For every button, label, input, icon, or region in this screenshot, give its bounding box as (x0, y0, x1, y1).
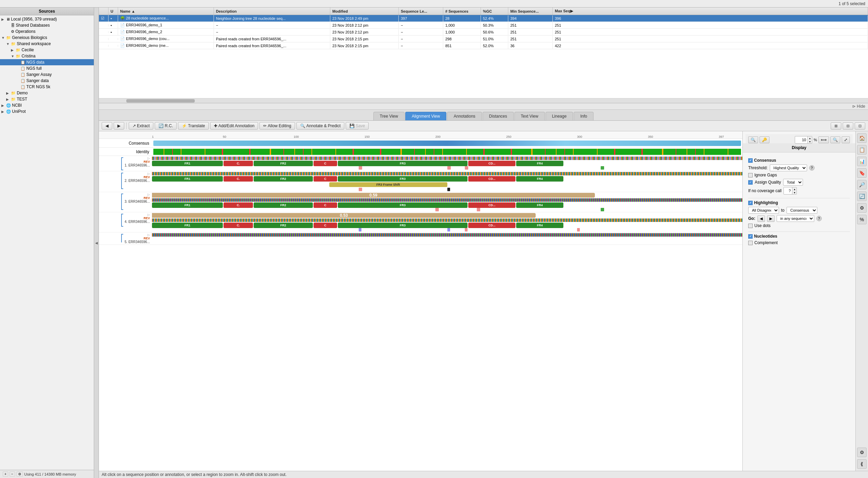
no-coverage-field[interactable] (784, 188, 792, 194)
sidebar-item-shared-workspace[interactable]: ▼ 📁 Shared workspace (0, 41, 94, 47)
annotation-fr1-4[interactable]: FR1 (152, 223, 223, 228)
annotation-cd-4[interactable]: CD... (468, 223, 515, 228)
zoom-search-icon[interactable]: 🔍 (748, 136, 758, 143)
threshold-select[interactable]: Highest Quality (770, 164, 807, 171)
annotation-cd-1[interactable]: CD... (468, 161, 515, 166)
source-settings-button[interactable]: ⚙ (16, 472, 23, 477)
expand-triangle-3[interactable]: ▷ (148, 193, 150, 196)
zoom-input-field[interactable] (795, 137, 807, 143)
add-annotation-button[interactable]: ✚ Add/Edit Annotation (210, 122, 258, 130)
no-coverage-input[interactable]: ▲ ▼ (783, 187, 797, 195)
layers-icon[interactable]: 📋 (857, 145, 867, 155)
go-next-button[interactable]: ▶ (767, 215, 775, 222)
fit-width-button[interactable]: ⟺ (818, 136, 829, 143)
settings-icon[interactable]: ⚙ (857, 203, 867, 213)
sidebar-item-operations[interactable]: ⚙ Operations (0, 28, 94, 35)
expand-triangle-5[interactable]: ▷ (148, 233, 150, 237)
expand-arrow-cristina[interactable]: ▼ (11, 54, 16, 58)
tab-text-view[interactable]: Text View (514, 112, 545, 120)
tab-alignment-view[interactable]: Alignment View (405, 112, 447, 120)
layout-btn-2[interactable]: ⊟ (843, 122, 853, 130)
expand-triangle-1[interactable]: ▷ (148, 157, 150, 160)
highlighting-checkbox[interactable]: ✓ (748, 201, 753, 205)
cell-check[interactable] (99, 24, 108, 26)
refresh-icon[interactable]: 🔄 (857, 191, 867, 201)
highlighting-from-select[interactable]: All Disagree... (748, 207, 779, 214)
search-icon[interactable]: 🔎 (857, 180, 867, 189)
zoom-key-icon[interactable]: 🔑 (760, 136, 769, 143)
sidebar-item-test[interactable]: ▶ 📁 TEST (0, 96, 94, 102)
zoom-up-button[interactable]: ▲ (808, 136, 812, 140)
annotation-fr3-1[interactable]: FR3 (338, 161, 468, 166)
complement-checkbox[interactable] (748, 241, 753, 245)
assign-quality-checkbox[interactable]: ✓ (748, 180, 753, 185)
expand-arrow-demo[interactable]: ▶ (6, 91, 11, 95)
col-numseq[interactable]: # Sequences (443, 8, 481, 15)
table-scrollbar[interactable] (99, 98, 868, 103)
annotation-c1-1[interactable]: C. (224, 161, 253, 166)
tab-distances[interactable]: Distances (483, 112, 514, 120)
cell-check[interactable] (99, 38, 108, 40)
annotation-c2-2[interactable]: C (314, 176, 337, 182)
tab-tree-view[interactable]: Tree View (373, 112, 405, 120)
forward-button[interactable]: ▶ (114, 122, 124, 130)
table-scroll-thumb[interactable] (126, 99, 195, 103)
rc-button[interactable]: 🔄 R.C. (155, 122, 177, 130)
percent-icon[interactable]: % (857, 215, 867, 224)
annotation-c1-3[interactable]: C. (224, 202, 253, 208)
layout-btn-3[interactable]: ⊡ (855, 122, 865, 130)
translate-button[interactable]: ⚡ Translate (178, 122, 209, 130)
expand-arrow-test[interactable]: ▶ (6, 97, 11, 101)
cell-check[interactable]: ☑ (99, 15, 108, 22)
col-seqlen[interactable]: Sequence Le... (399, 8, 443, 15)
collapse-sidebar-button[interactable]: ◀ (94, 8, 99, 478)
annotation-fr1-3[interactable]: FR1 (152, 202, 223, 208)
sidebar-item-uniprot[interactable]: ▶ 🌐 UniProt (0, 108, 94, 115)
hide-bar[interactable]: ⊳ Hide (99, 103, 868, 110)
save-button[interactable]: 💾 Save (346, 122, 369, 130)
col-gc[interactable]: %GC (481, 8, 508, 15)
sidebar-item-sanger-data[interactable]: 📋 Sanger data (0, 78, 94, 84)
col-U[interactable]: U (108, 8, 118, 15)
table-row[interactable]: 📄 ERR346596_demo (me... Paired reads cre… (99, 42, 868, 49)
sequences-container[interactable]: ▷ REV 1. ERR346596... FR1 (99, 156, 742, 471)
cell-check[interactable] (99, 31, 108, 33)
collapse-icon[interactable]: ⟪ (857, 459, 867, 469)
col-minseq[interactable]: Min Sequence... (508, 8, 553, 15)
chart-icon[interactable]: 📊 (857, 157, 867, 166)
col-modified[interactable]: Modified (330, 8, 399, 15)
annotation-fr4-1[interactable]: FR4 (516, 161, 563, 166)
table-row[interactable]: • 📄 ERR346596_demo_2 − 23 Nov 2018 2:12 … (99, 29, 868, 36)
annotation-c2-4[interactable]: C (314, 223, 337, 228)
go-scope-select[interactable]: in any sequence (777, 215, 814, 222)
sidebar-item-geneious-biologics[interactable]: ▼ 📁 Geneious Biologics (0, 35, 94, 41)
annotation-fr4-3[interactable]: FR4 (516, 202, 563, 208)
sidebar-item-tcr[interactable]: 📋 TCR NGS 5k (0, 84, 94, 90)
annotation-c2-1[interactable]: C (314, 161, 337, 166)
sidebar-item-ncbi[interactable]: ▶ 🌐 NCBI (0, 102, 94, 108)
extract-button[interactable]: ↗ Extract (129, 122, 153, 130)
expand-arrow-uniprot[interactable]: ▶ (1, 110, 6, 114)
annotation-fr3-2[interactable]: FR3 (338, 176, 468, 182)
remove-source-button[interactable]: − (10, 472, 15, 477)
zoom-out-button[interactable]: ⤢ (842, 136, 850, 143)
tab-annotations[interactable]: Annotations (447, 112, 482, 120)
annotation-c1-4[interactable]: C. (224, 223, 253, 228)
expand-arrow-gb[interactable]: ▼ (1, 36, 6, 40)
annotation-fr4-4[interactable]: FR4 (516, 223, 563, 228)
annotation-fr2-4[interactable]: FR2 (254, 223, 313, 228)
tab-lineage[interactable]: Lineage (546, 112, 573, 120)
go-prev-button[interactable]: ◀ (757, 215, 765, 222)
table-row[interactable]: ☑ • 🌳 28 nucleotide sequence... Neighbor… (99, 15, 868, 22)
identity-visual-area[interactable] (152, 148, 742, 156)
use-dots-checkbox[interactable] (748, 224, 753, 228)
go-help-button[interactable]: ? (816, 216, 822, 221)
expand-arrow-ncbi[interactable]: ▶ (1, 104, 6, 107)
col-name[interactable]: Name ▲ (118, 8, 214, 15)
hide-label[interactable]: ⊳ Hide (852, 104, 865, 109)
layout-btn-1[interactable]: ⊞ (831, 122, 841, 130)
sidebar-item-demo[interactable]: ▶ 📁 Demo (0, 90, 94, 96)
add-source-button[interactable]: + (3, 472, 8, 477)
sidebar-item-shared-databases[interactable]: 🗄 Shared Databases (0, 22, 94, 28)
no-coverage-down[interactable]: ▼ (792, 191, 796, 194)
